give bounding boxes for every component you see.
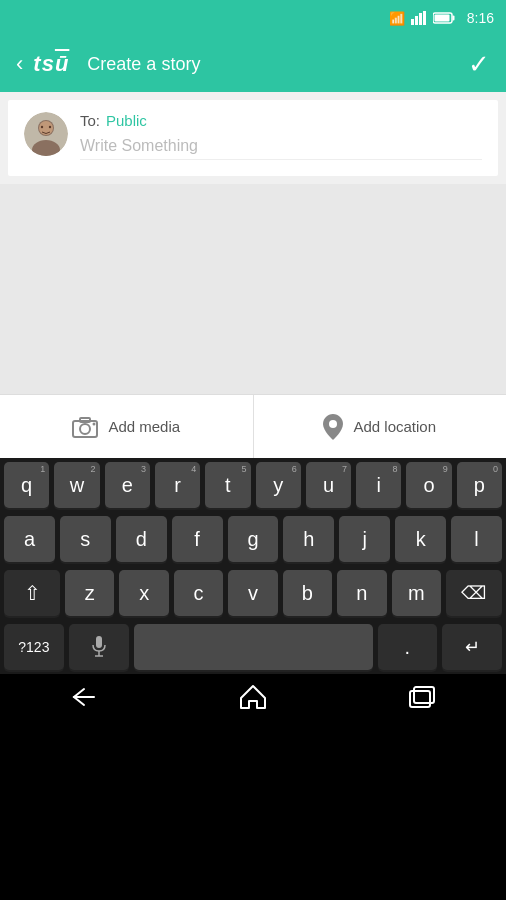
backspace-key[interactable]: ⌫	[446, 570, 502, 616]
toolbar: ‹ tsū Create a story ✓	[0, 36, 506, 92]
key-g[interactable]: g	[228, 516, 279, 562]
key-k[interactable]: k	[395, 516, 446, 562]
toolbar-left: ‹ tsū Create a story	[16, 51, 200, 77]
to-line: To: Public	[80, 112, 482, 129]
key-v[interactable]: v	[228, 570, 277, 616]
key-t[interactable]: 5 t	[205, 462, 250, 508]
key-q[interactable]: 1 q	[4, 462, 49, 508]
key-p[interactable]: 0 p	[457, 462, 502, 508]
to-label: To:	[80, 112, 100, 129]
status-icons: 📶 8:16	[389, 10, 494, 26]
space-key[interactable]	[134, 624, 373, 670]
svg-point-14	[80, 424, 90, 434]
svg-rect-0	[411, 19, 414, 25]
svg-point-10	[39, 121, 53, 135]
key-x[interactable]: x	[119, 570, 168, 616]
svg-rect-5	[452, 16, 454, 21]
svg-rect-6	[434, 15, 449, 22]
location-icon	[323, 414, 343, 440]
page-title: Create a story	[87, 54, 200, 75]
symbols-label: ?123	[18, 640, 49, 654]
content-area: To: Public Write Something Add media	[0, 92, 506, 458]
keyboard-row-3: ⇧ z x c v b n m ⌫	[0, 566, 506, 620]
keyboard-row-2: a s d f g h j k l	[0, 512, 506, 566]
key-e[interactable]: 3 e	[105, 462, 150, 508]
action-bar: Add media Add location	[0, 394, 506, 458]
status-time: 8:16	[467, 10, 494, 26]
key-y[interactable]: 6 y	[256, 462, 301, 508]
nav-back-button[interactable]	[70, 685, 98, 715]
svg-rect-18	[96, 636, 102, 648]
key-c[interactable]: c	[174, 570, 223, 616]
mic-icon	[90, 636, 108, 658]
composer-right: To: Public Write Something	[80, 112, 482, 160]
key-l[interactable]: l	[451, 516, 502, 562]
key-j[interactable]: j	[339, 516, 390, 562]
logo: tsū	[33, 51, 69, 77]
key-d[interactable]: d	[116, 516, 167, 562]
add-media-label: Add media	[108, 418, 180, 435]
add-location-label: Add location	[353, 418, 436, 435]
key-n[interactable]: n	[337, 570, 386, 616]
bottom-nav	[0, 674, 506, 726]
nav-recents-button[interactable]	[408, 685, 436, 715]
gray-space	[0, 184, 506, 394]
period-label: .	[405, 637, 411, 657]
period-key[interactable]: .	[378, 624, 438, 670]
keyboard-row-1: 1 q 2 w 3 e 4 r 5 t 6 y 7 u 8 i	[0, 458, 506, 512]
add-location-button[interactable]: Add location	[254, 395, 507, 458]
key-b[interactable]: b	[283, 570, 332, 616]
svg-point-17	[329, 420, 337, 428]
key-r[interactable]: 4 r	[155, 462, 200, 508]
symbols-key[interactable]: ?123	[4, 624, 64, 670]
key-u[interactable]: 7 u	[306, 462, 351, 508]
key-h[interactable]: h	[283, 516, 334, 562]
key-shift[interactable]: ⇧	[4, 570, 60, 616]
keyboard-row-4: ?123 . ↵	[0, 620, 506, 674]
svg-rect-1	[415, 16, 418, 25]
signal-icon	[411, 11, 427, 25]
nav-home-button[interactable]	[239, 684, 267, 716]
svg-rect-2	[419, 13, 422, 25]
key-o[interactable]: 9 o	[406, 462, 451, 508]
key-a[interactable]: a	[4, 516, 55, 562]
svg-point-12	[49, 126, 51, 128]
status-bar: 📶 8:16	[0, 0, 506, 36]
battery-icon	[433, 12, 455, 24]
mic-key[interactable]	[69, 624, 129, 670]
key-w[interactable]: 2 w	[54, 462, 99, 508]
to-value[interactable]: Public	[106, 112, 147, 129]
wifi-icon: 📶	[389, 11, 405, 26]
key-s[interactable]: s	[60, 516, 111, 562]
write-something-input[interactable]: Write Something	[80, 137, 482, 160]
confirm-button[interactable]: ✓	[468, 49, 490, 80]
composer: To: Public Write Something	[8, 100, 498, 176]
svg-point-16	[93, 422, 96, 425]
key-i[interactable]: 8 i	[356, 462, 401, 508]
key-m[interactable]: m	[392, 570, 441, 616]
key-f[interactable]: f	[172, 516, 223, 562]
svg-point-11	[41, 126, 43, 128]
back-button[interactable]: ‹	[16, 51, 23, 77]
avatar	[24, 112, 68, 156]
enter-key[interactable]: ↵	[442, 624, 502, 670]
svg-rect-3	[423, 11, 426, 25]
key-z[interactable]: z	[65, 570, 114, 616]
camera-icon	[72, 416, 98, 438]
add-media-button[interactable]: Add media	[0, 395, 254, 458]
keyboard: 1 q 2 w 3 e 4 r 5 t 6 y 7 u 8 i	[0, 458, 506, 674]
